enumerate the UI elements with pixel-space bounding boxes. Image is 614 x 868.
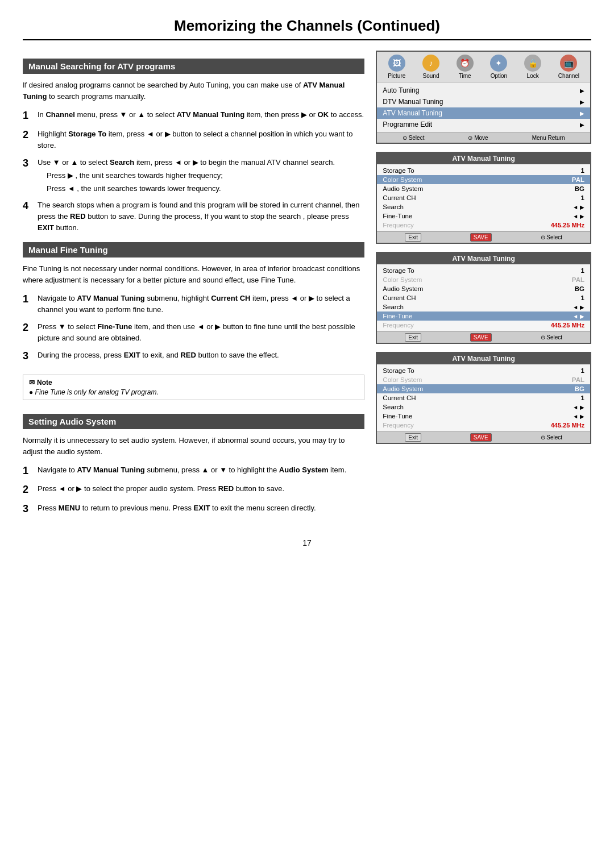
menu-bottom-bar: ⊙ Select ⊙ Move Menu Return: [377, 132, 590, 143]
select-label: ⊙ Select: [541, 434, 563, 441]
right-column: 🖼 Picture ♪ Sound ⏰ Time ✦ Option 🔒: [376, 51, 591, 521]
atv-row-current-ch: Current CH 1: [377, 193, 590, 202]
row-freq-value: 445.25 MHz: [551, 222, 584, 229]
row-value: 1: [581, 167, 584, 174]
main-layout: Manual Searching for ATV programs If des…: [23, 51, 591, 521]
row-arrows: ◄ ▶: [572, 304, 584, 310]
row-arrows: ◄ ▶: [572, 213, 584, 219]
row-label: Storage To: [383, 267, 414, 274]
page-title: Memorizing the Channels (Continued): [23, 17, 591, 40]
atv-bottom-2: Exit SAVE ⊙ Select: [377, 331, 590, 343]
row-value: 1: [581, 194, 584, 201]
bottom-return: Menu Return: [532, 135, 565, 141]
row-label: Color System: [383, 376, 422, 383]
row-label: Fine-Tune: [383, 413, 412, 420]
row-value: 1: [581, 294, 584, 301]
row-value: 1: [581, 267, 584, 274]
atv-box-2: ATV Manual Tuning Storage To 1 Color Sys…: [376, 252, 591, 344]
atv-row-current-ch: Current CH 1: [377, 293, 590, 302]
step-number: 3: [23, 502, 33, 516]
step-text: The search stops when a program is found…: [38, 200, 364, 234]
atv-row-color: Color System PAL: [377, 375, 590, 384]
row-freq-value: 445.25 MHz: [551, 322, 584, 329]
step-text: Highlight Storage To item, press ◄ or ▶ …: [38, 128, 364, 151]
atv-row-search: Search ◄ ▶: [377, 202, 590, 211]
channel-menu-box: 🖼 Picture ♪ Sound ⏰ Time ✦ Option 🔒: [376, 51, 591, 144]
menu-label: Programme Edit: [383, 121, 432, 128]
page-number: 17: [23, 538, 591, 547]
menu-icons-row: 🖼 Picture ♪ Sound ⏰ Time ✦ Option 🔒: [377, 52, 590, 82]
step-number: 3: [23, 157, 33, 170]
atv-bottom-3: Exit SAVE ⊙ Select: [377, 431, 590, 443]
save-button[interactable]: SAVE: [470, 333, 492, 342]
atv-box-3: ATV Manual Tuning Storage To 1 Color Sys…: [376, 352, 591, 444]
row-value: 1: [581, 367, 584, 374]
step-2-1: 1 Navigate to ATV Manual Tuning submenu,…: [23, 293, 364, 315]
row-label: Current CH: [383, 394, 416, 401]
row-label: Frequency: [383, 222, 413, 229]
row-label: Current CH: [383, 294, 416, 301]
section-setting-audio: Setting Audio System Normally it is unne…: [23, 414, 364, 516]
row-label: Audio System: [383, 385, 423, 392]
select-label: ⊙ Select: [541, 334, 563, 340]
row-label: Search: [383, 404, 403, 410]
section3-intro: Normally it is unnecessary to set audio …: [23, 435, 364, 458]
atv-row-finetune: Fine-Tune ◄ ▶: [377, 412, 590, 421]
step-1-4: 4 The search stops when a program is fou…: [23, 200, 364, 234]
section2-header: Manual Fine Tuning: [23, 242, 364, 258]
step-number: 1: [23, 464, 33, 477]
row-label: Search: [383, 304, 403, 310]
step-1-2: 2 Highlight Storage To item, press ◄ or …: [23, 128, 364, 151]
icon-time: ⏰ Time: [457, 55, 474, 79]
atv-row-color: Color System PAL: [377, 275, 590, 284]
icon-option: ✦ Option: [490, 55, 507, 79]
row-label: Color System: [383, 176, 422, 183]
step-number: 2: [23, 128, 33, 142]
row-label: Fine-Tune: [383, 213, 412, 219]
step-3-3: 3 Press MENU to return to previous menu.…: [23, 502, 364, 516]
step-text: Use ▼ or ▲ to select Search item, press …: [38, 157, 335, 194]
row-label: Storage To: [383, 167, 414, 174]
note-icon: ✉: [29, 379, 35, 387]
row-value: PAL: [572, 276, 584, 283]
row-arrows: ◄ ▶: [572, 413, 584, 420]
row-label: Fine-Tune: [383, 313, 412, 319]
atv-row-storage: Storage To 1: [377, 366, 590, 375]
section-manual-searching: Manual Searching for ATV programs If des…: [23, 59, 364, 234]
step-2-2: 2 Press ▼ to select Fine-Tune item, and …: [23, 321, 364, 344]
exit-button[interactable]: Exit: [405, 333, 421, 342]
arrow-icon: ▶: [580, 99, 584, 105]
section2-intro: Fine Tuning is not necessary under norma…: [23, 263, 364, 286]
bottom-move: ⊙ Move: [468, 135, 488, 141]
row-label: Color System: [383, 276, 422, 283]
row-arrows: ◄ ▶: [572, 404, 584, 410]
step-1-1: 1 In Channel menu, press ▼ or ▲ to selec…: [23, 109, 364, 122]
atv-box-1: ATV Manual Tuning Storage To 1 Color Sys…: [376, 152, 591, 244]
atv-row-audio: Audio System BG: [377, 184, 590, 193]
step-3-2: 2 Press ◄ or ▶ to select the proper audi…: [23, 483, 364, 496]
row-label: Audio System: [383, 285, 423, 292]
sub-bullet-2: Press ◄ , the unit searches towards lowe…: [47, 183, 335, 194]
icon-picture: 🖼 Picture: [388, 55, 405, 79]
title-suffix: (: [357, 17, 362, 34]
arrow-icon: ▶: [580, 122, 584, 128]
save-button[interactable]: SAVE: [470, 433, 492, 442]
row-label: Current CH: [383, 194, 416, 201]
arrow-icon: ▶: [580, 88, 584, 94]
atv-rows-3: Storage To 1 Color System PAL Audio Syst…: [377, 364, 590, 431]
exit-button[interactable]: Exit: [405, 433, 421, 442]
menu-rows: Auto Tuning ▶ DTV Manual Tuning ▶ ATV Ma…: [377, 82, 590, 132]
title-main: Memorizing the Channels: [174, 17, 353, 34]
step-text: During the process, press EXIT to exit, …: [38, 350, 279, 361]
step-text: In Channel menu, press ▼ or ▲ to select …: [38, 109, 364, 121]
time-icon: ⏰: [457, 55, 474, 72]
icon-label-lock: Lock: [527, 73, 539, 79]
step-text: Press ▼ to select Fine-Tune item, and th…: [38, 321, 364, 344]
row-label: Frequency: [383, 322, 413, 329]
row-value: BG: [575, 385, 584, 392]
step-text: Press ◄ or ▶ to select the proper audio …: [38, 483, 284, 495]
channel-icon: 📺: [560, 55, 577, 72]
save-button[interactable]: SAVE: [470, 233, 492, 242]
row-value: BG: [575, 285, 584, 292]
exit-button[interactable]: Exit: [405, 233, 421, 242]
